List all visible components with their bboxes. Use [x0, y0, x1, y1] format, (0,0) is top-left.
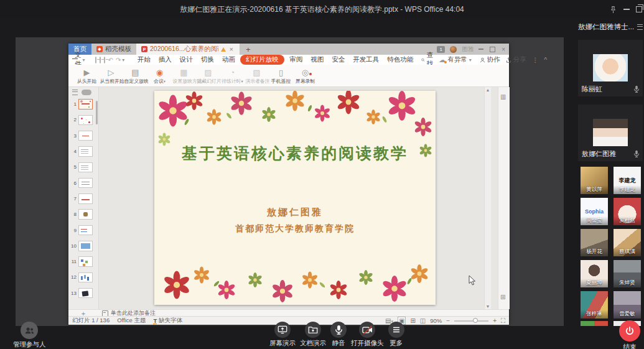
ribbon-button[interactable]: ◎ 屏幕录制 — [293, 67, 317, 85]
manage-participants-button[interactable]: 管理参与人 — [13, 322, 46, 349]
menu-item[interactable]: 开发工具 — [349, 55, 383, 64]
ribbon-button[interactable]: ▤ 自定义放映 — [123, 67, 147, 85]
slide-thumbnail[interactable] — [78, 146, 93, 157]
wps-restore-icon[interactable] — [490, 47, 495, 52]
ribbon-button[interactable]: ◉ 会议▾ — [147, 67, 172, 85]
slide-thumbnail-row[interactable]: 9 — [68, 222, 98, 238]
menu-item[interactable]: 安全 — [328, 55, 349, 64]
slide-thumbnail[interactable] — [78, 209, 93, 220]
slide-thumbnail-row[interactable]: 12 — [68, 269, 98, 285]
sidebar-menu-icon[interactable] — [637, 24, 643, 30]
participant-tile[interactable]: 朱焯贤 — [614, 260, 641, 287]
featured-participant-tile[interactable]: 陈丽虹 — [578, 40, 643, 96]
tab-docer[interactable]: ◆ 稻壳模板 — [91, 44, 136, 55]
menu-item[interactable]: 审阅 — [286, 55, 307, 64]
participant-tile[interactable]: 杨开花 — [581, 229, 608, 256]
zoom-slider-knob[interactable] — [473, 318, 478, 323]
ribbon-button[interactable]: ▯ 手机遥控 — [269, 67, 293, 85]
ribbon-button[interactable]: ▷ 从当前开始 — [99, 67, 123, 85]
collapse-ribbon-icon[interactable]: ^ — [544, 56, 547, 63]
slide-thumbnail-row[interactable]: 1 — [68, 96, 98, 112]
wps-account-avatar[interactable] — [450, 46, 457, 53]
slide-thumbnail[interactable] — [78, 99, 93, 109]
ribbon-button[interactable]: ▨ 隐藏幻灯片 — [196, 67, 220, 85]
zoom-level[interactable]: 90% — [430, 317, 442, 324]
slide-thumbnail[interactable] — [78, 256, 93, 267]
slide-thumbnail-row[interactable]: 6 — [68, 175, 98, 190]
featured-participant-tile[interactable]: 敖娜仁图雅 — [578, 105, 643, 161]
slide-thumbnail-row[interactable]: 4 — [68, 144, 98, 159]
slide-thumbnail-row[interactable]: 13 — [68, 286, 98, 301]
slide-thumbnail-row[interactable]: 7 — [68, 191, 98, 207]
slide-thumbnail[interactable] — [78, 193, 93, 204]
reading-view-icon[interactable]: ◫ — [420, 317, 426, 324]
minimize-icon[interactable] — [622, 5, 631, 14]
slide-thumbnail[interactable] — [78, 288, 93, 299]
end-meeting-button[interactable]: 结束 — [619, 320, 640, 349]
menu-item-slideshow-active[interactable]: 幻灯片放映 — [240, 55, 284, 65]
thumbnail-view-icon[interactable] — [82, 90, 91, 95]
share-button[interactable]: 分享 — [506, 55, 526, 64]
slide-thumbnail[interactable] — [78, 225, 93, 236]
menu-item[interactable]: 视图 — [307, 55, 328, 64]
restore-icon[interactable] — [635, 5, 643, 14]
missing-font-warning[interactable]: T缺失字体 — [153, 317, 182, 325]
redo-icon[interactable]: ↷ — [116, 57, 121, 63]
ribbon-button[interactable]: ▶ 从头开始 — [75, 67, 99, 85]
menu-item[interactable]: 设计 — [175, 55, 197, 64]
slide-thumbnail-row[interactable]: 5 — [68, 159, 98, 175]
pane-toggle-icon[interactable]: ▥ — [500, 93, 506, 100]
preview-icon[interactable] — [104, 57, 105, 63]
outline-view-icon[interactable] — [72, 90, 78, 95]
slide-thumbnail[interactable] — [78, 272, 93, 283]
ribbon-button[interactable]: ◔ 排练计时▾ — [220, 67, 245, 85]
new-tab-button[interactable]: + — [240, 44, 257, 55]
thumbnail-scrollbar[interactable] — [96, 101, 98, 124]
menu-item[interactable]: 插入 — [154, 55, 175, 64]
slide-thumbnail-row[interactable]: 10 — [68, 238, 98, 254]
print-icon[interactable] — [100, 57, 101, 63]
slide-thumbnail-row[interactable]: 2 — [68, 112, 98, 128]
zoom-in-icon[interactable]: + — [493, 317, 497, 324]
abnormal-status[interactable]: ☁有异常▾ — [439, 55, 474, 64]
screen-share-button[interactable]: 屏幕演示 — [269, 322, 296, 348]
canvas-scrollbar[interactable]: ▲ ▼ — [484, 87, 491, 309]
wps-close-icon[interactable]: × — [502, 46, 505, 53]
sorter-view-icon[interactable]: ⊞ — [410, 317, 415, 324]
camera-button[interactable]: 打开摄像头 — [351, 322, 384, 348]
mute-button[interactable]: 静音 — [330, 322, 347, 348]
collab-button[interactable]: 协作 — [480, 55, 500, 64]
participant-tile[interactable]: 蔡琪满 — [614, 229, 641, 256]
participant-tile[interactable]: 曾爱敏 — [614, 291, 641, 319]
pin-icon[interactable] — [609, 5, 617, 14]
fit-slide-icon[interactable]: ⛶ — [501, 317, 505, 325]
grid-view-icon[interactable]: ⊞ — [500, 294, 505, 300]
participant-tile[interactable]: Sophia 周金莹 — [581, 198, 608, 225]
zoom-slider[interactable] — [454, 320, 488, 322]
current-slide[interactable]: 基于英语核心素养的阅读教学 敖娜仁图雅 首都师范大学教师教育学院 — [154, 91, 436, 305]
zoom-out-icon[interactable]: − — [446, 317, 450, 324]
undo-icon[interactable]: ↶ — [108, 57, 113, 63]
slide-thumbnail[interactable] — [78, 241, 93, 251]
add-slide-button[interactable]: + — [68, 310, 98, 317]
slide-thumbnail[interactable] — [78, 115, 93, 126]
toolbar-caret-icon[interactable]: ▾ — [122, 57, 124, 63]
participant-tile[interactable]: 张梓琳 — [581, 291, 608, 319]
menu-item[interactable]: 动画 — [218, 55, 239, 64]
menu-item[interactable]: 开始 — [133, 55, 154, 64]
mic-icon[interactable] — [633, 85, 640, 93]
menu-item[interactable]: 切换 — [197, 55, 218, 64]
tab-close-icon[interactable]: × — [228, 45, 235, 53]
doc-share-button[interactable]: 文档演示 — [300, 322, 326, 348]
tab-document[interactable]: P 20200616...心素养的阅读教学 × — [136, 44, 240, 55]
slide-thumbnail[interactable] — [78, 178, 93, 188]
ribbon-button[interactable]: ▧ 演示者备注 — [245, 67, 269, 85]
save-icon[interactable] — [95, 57, 96, 63]
menu-item[interactable]: 特色功能 — [383, 55, 418, 64]
participant-tile[interactable]: 李建龙 李建龙 — [614, 167, 641, 194]
mic-icon[interactable] — [633, 150, 640, 158]
more-button[interactable]: 更多 — [388, 322, 404, 348]
slide-thumbnail-row[interactable]: 3 — [68, 128, 98, 144]
participant-tile[interactable]: 罗杜然 — [614, 198, 641, 225]
more-menu-icon[interactable]: ⋮ — [532, 56, 539, 63]
